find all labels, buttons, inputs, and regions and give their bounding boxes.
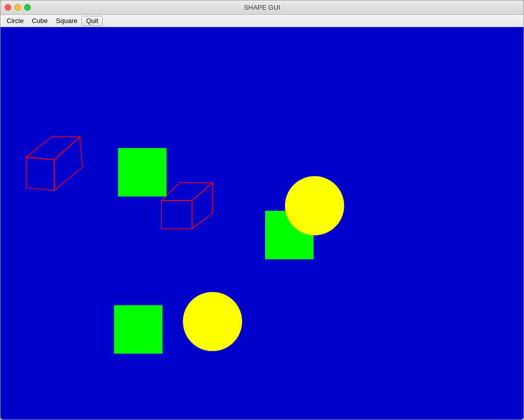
menu-quit[interactable]: Quit <box>81 16 103 26</box>
green-square-1 <box>118 148 167 196</box>
titlebar: SHAPE GUI <box>1 1 523 15</box>
app-window: SHAPE GUI Circle Cube Square Quit <box>0 0 524 420</box>
canvas-area[interactable] <box>1 27 523 419</box>
svg-marker-5 <box>192 183 212 229</box>
menu-cube[interactable]: Cube <box>28 16 52 26</box>
yellow-circle-2 <box>183 292 242 351</box>
green-square-3 <box>114 305 163 354</box>
svg-marker-2 <box>54 137 82 190</box>
minimize-button[interactable] <box>14 4 21 11</box>
svg-marker-3 <box>162 201 192 229</box>
maximize-button[interactable] <box>24 4 31 11</box>
svg-marker-1 <box>26 137 80 160</box>
shapes-canvas <box>1 27 523 419</box>
menu-circle[interactable]: Circle <box>3 16 28 26</box>
window-controls <box>5 4 31 11</box>
yellow-circle-1 <box>285 176 344 235</box>
close-button[interactable] <box>5 4 11 11</box>
svg-marker-0 <box>26 157 54 190</box>
window-title: SHAPE GUI <box>244 4 280 11</box>
svg-marker-4 <box>162 183 213 201</box>
menu-square[interactable]: Square <box>52 16 81 26</box>
menubar: Circle Cube Square Quit <box>1 15 523 27</box>
